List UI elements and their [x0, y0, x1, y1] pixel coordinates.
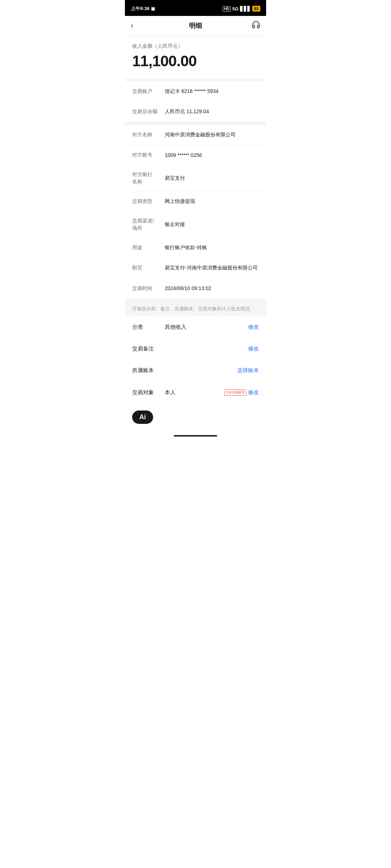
editable-row-transaction-note: 交易备注 修改 [125, 338, 266, 360]
detail-value-balance: 人民币元 11,129.04 [165, 109, 259, 115]
select-account-book-button[interactable]: 选择账本 [237, 367, 259, 374]
detail-value-purpose: 银行账户收款-转账 [165, 244, 259, 251]
detail-value-counterparty-bank: 易宝支付 [165, 175, 259, 182]
detail-value-account: 借记卡 6216 ****** 5934 [165, 88, 259, 95]
detail-label-account: 交易账户 [132, 88, 165, 95]
detail-label-counterparty-name: 对方名称 [132, 131, 165, 139]
back-icon: ‹ [131, 21, 133, 30]
editable-row-category: 分类 其他收入 修改 [125, 316, 266, 338]
hd-badge: HD [223, 6, 231, 12]
status-right: HD 5G ▋▋▋ 83 [223, 6, 260, 12]
detail-row-purpose: 用途 银行账户收款-转账 [125, 238, 266, 258]
home-indicator [174, 435, 217, 437]
detail-row-account: 交易账户 借记卡 6216 ****** 5934 [125, 81, 266, 102]
detail-label-time: 交易时间 [132, 285, 165, 292]
detail-row-channel: 交易渠道/场所 银企对接 [125, 212, 266, 238]
watermark-badge: 卡农在线教育 [224, 390, 247, 396]
amount-value: 11,100.00 [132, 52, 259, 70]
detail-row-counterparty-name: 对方名称 河南中原消费金融股份有限公司 [125, 125, 266, 145]
editable-label-counterparty: 交易对象 [132, 389, 165, 396]
editable-note: 可修改分类、备注、所属账本、交易对象和计入收支情况 [125, 301, 266, 316]
status-left: 上午9:36 ▣ [131, 5, 155, 12]
detail-value-counterparty-account: 1009 ****** 0256 [165, 152, 259, 158]
editable-value-category: 其他收入 [165, 324, 248, 331]
amount-section: 收入金额（人民币元） 11,100.00 [125, 36, 266, 81]
network-label: 5G [232, 6, 238, 12]
edit-category-button[interactable]: 修改 [248, 324, 259, 331]
wifi-icon: ▣ [151, 6, 155, 11]
detail-label-transaction-type: 交易类型 [132, 198, 165, 205]
editable-row-account-book: 所属账本 选择账本 [125, 360, 266, 382]
detail-value-remark: 易宝支付-河南中原消费金融股份有限公司 [165, 265, 259, 271]
editable-label-category: 分类 [132, 324, 165, 331]
page-title: 明细 [142, 21, 249, 30]
edit-note-button[interactable]: 修改 [248, 345, 259, 352]
editable-row-counterparty: 交易对象 本人 卡农在线教育 修改 [125, 382, 266, 403]
detail-value-channel: 银企对接 [165, 221, 259, 228]
detail-label-balance: 交易后余额 [132, 108, 165, 115]
ai-button[interactable]: Ai [132, 410, 153, 424]
detail-value-counterparty-name: 河南中原消费金融股份有限公司 [165, 132, 259, 138]
detail-label-counterparty-bank: 对方银行名称 [132, 171, 165, 185]
editable-section: 分类 其他收入 修改 交易备注 修改 所属账本 选择账本 交易对象 本人 卡农在… [125, 316, 266, 403]
detail-value-time: 2024/08/10 09:13:02 [165, 285, 259, 291]
detail-row-counterparty-bank: 对方银行名称 易宝支付 [125, 165, 266, 191]
time-display: 上午9:36 [131, 5, 150, 12]
detail-value-transaction-type: 网上快捷提现 [165, 198, 259, 205]
back-button[interactable]: ‹ [131, 21, 142, 30]
battery-indicator: 83 [252, 6, 260, 12]
editable-label-account-book: 所属账本 [132, 367, 165, 374]
signal-icon: ▋▋▋ [240, 6, 251, 12]
bottom-bar [125, 432, 266, 442]
detail-row-transaction-type: 交易类型 网上快捷提现 [125, 191, 266, 212]
amount-label: 收入金额（人民币元） [132, 43, 259, 50]
editable-value-counterparty: 本人 [165, 389, 224, 396]
detail-label-purpose: 用途 [132, 244, 165, 251]
support-button[interactable] [249, 20, 260, 31]
headset-icon [252, 20, 260, 29]
detail-row-counterparty-account: 对方账号 1009 ****** 0256 [125, 145, 266, 165]
transaction-details-section: 交易账户 借记卡 6216 ****** 5934 交易后余额 人民币元 11,… [125, 81, 266, 125]
detail-row-time: 交易时间 2024/08/10 09:13:02 [125, 278, 266, 298]
detail-label-remark: 附言 [132, 264, 165, 272]
editable-label-transaction-note: 交易备注 [132, 345, 165, 352]
edit-counterparty-button[interactable]: 修改 [248, 389, 259, 396]
status-bar: 上午9:36 ▣ HD 5G ▋▋▋ 83 [125, 0, 266, 16]
detail-label-channel: 交易渠道/场所 [132, 217, 165, 231]
nav-bar: ‹ 明细 [125, 16, 266, 36]
counterparty-value-text: 本人 [165, 389, 176, 395]
ai-label: Ai [139, 413, 146, 421]
counterparty-details-section: 对方名称 河南中原消费金融股份有限公司 对方账号 1009 ****** 025… [125, 125, 266, 301]
detail-row-remark: 附言 易宝支付-河南中原消费金融股份有限公司 [125, 258, 266, 278]
detail-label-counterparty-account: 对方账号 [132, 152, 165, 159]
detail-row-balance: 交易后余额 人民币元 11,129.04 [125, 102, 266, 122]
